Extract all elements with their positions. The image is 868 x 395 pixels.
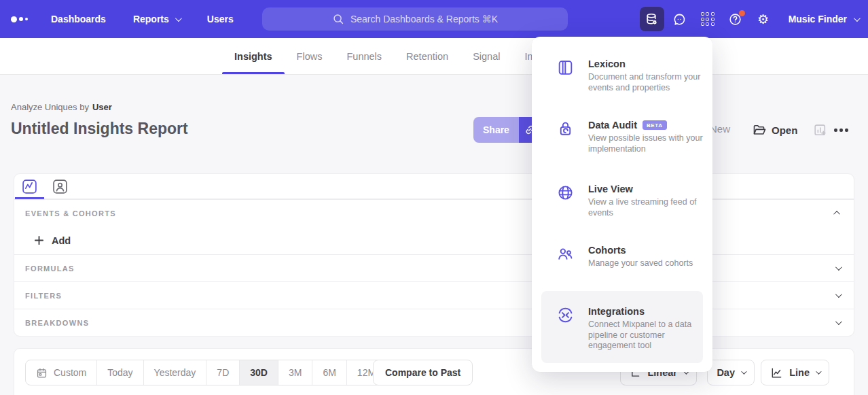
breadcrumb-prefix: Analyze Uniques by	[11, 102, 89, 112]
menu-item-integrations[interactable]: Integrations Connect Mixpanel to a data …	[541, 291, 703, 363]
menu-item-text: Lexicon Document and transform your even…	[588, 58, 709, 93]
menu-item-description: View possible issues with your implement…	[588, 133, 709, 154]
range-3m[interactable]: 3M	[278, 360, 312, 385]
project-switcher[interactable]: Music Finder	[789, 14, 858, 24]
folder-open-icon	[753, 123, 766, 137]
menu-item-description: Document and transform your events and p…	[588, 72, 709, 93]
menu-item-cohorts[interactable]: Cohorts Manage your saved cohorts	[556, 245, 709, 269]
help-button[interactable]	[723, 7, 748, 31]
nav-item-dashboards[interactable]: Dashboards	[51, 14, 106, 24]
menu-item-text: Data Audit BETA View possible issues wit…	[588, 120, 709, 154]
add-label: Add	[52, 235, 71, 246]
compare-to-past-button[interactable]: Compare to Past	[373, 360, 473, 385]
notification-dot	[739, 10, 745, 16]
feedback-icon	[672, 12, 687, 27]
menu-item-live-view[interactable]: Live View View a live streaming feed of …	[556, 184, 709, 218]
range-label: 3M	[289, 367, 302, 378]
tab-label: Signal	[473, 51, 500, 62]
range-label: 7D	[217, 367, 229, 378]
menu-item-title: Cohorts	[588, 245, 626, 256]
menu-item-lexicon[interactable]: Lexicon Document and transform your even…	[556, 58, 709, 93]
page-title[interactable]: Untitled Insights Report	[11, 120, 188, 138]
tab-label: Insights	[234, 51, 272, 62]
menu-item-text: Live View View a live streaming feed of …	[588, 184, 709, 218]
chevron-down-icon	[816, 368, 821, 374]
tab-signal[interactable]: Signal	[460, 38, 512, 74]
search-placeholder: Search Dashboards & Reports ⌘K	[350, 14, 498, 24]
range-label: 30D	[250, 367, 268, 378]
query-builder-panel: EVENTS & COHORTS Add FORMULAS FILTERS BR…	[14, 173, 854, 337]
range-7d[interactable]: 7D	[206, 360, 240, 385]
plus-icon	[34, 235, 44, 245]
open-report-button[interactable]: Open	[753, 123, 797, 137]
breadcrumb-entity[interactable]: User	[92, 102, 112, 112]
new-label: New	[710, 123, 730, 135]
chevron-up-icon	[833, 211, 840, 218]
tab-metrics[interactable]	[14, 174, 45, 199]
live-view-icon	[556, 184, 575, 202]
data-management-button[interactable]	[640, 7, 664, 31]
share-button[interactable]: Share	[473, 117, 519, 143]
feedback-button[interactable]	[668, 7, 692, 31]
menu-item-data-audit[interactable]: Data Audit BETA View possible issues wit…	[556, 120, 709, 154]
search-input[interactable]: Search Dashboards & Reports ⌘K	[262, 7, 568, 31]
menu-item-title: Live View	[588, 184, 633, 194]
calendar-icon	[36, 367, 48, 379]
add-to-dashboard-icon	[813, 123, 827, 137]
chevron-down-icon	[835, 318, 842, 325]
range-yesterday[interactable]: Yesterday	[144, 360, 207, 385]
nav-item-reports[interactable]: Reports	[133, 14, 180, 24]
interval-dropdown[interactable]: Day	[707, 360, 755, 385]
section-label: FORMULAS	[25, 264, 75, 273]
chart-toolbar-panel: Custom Today Yesterday 7D 30D 3M 6M 12M …	[14, 348, 854, 395]
tab-retention[interactable]: Retention	[394, 38, 460, 74]
section-breakdowns[interactable]: BREAKDOWNS	[14, 309, 854, 336]
add-to-dashboard-button[interactable]	[813, 123, 827, 137]
chevron-down-icon	[854, 15, 861, 22]
section-label: EVENTS & COHORTS	[25, 209, 116, 218]
apps-menu-button[interactable]	[695, 7, 720, 31]
interval-label: Day	[717, 367, 735, 378]
gear-icon: ⚙	[757, 13, 769, 26]
menu-item-text: Cohorts Manage your saved cohorts	[588, 245, 709, 269]
section-filters[interactable]: FILTERS	[14, 281, 854, 309]
mixpanel-logo-icon[interactable]	[11, 16, 28, 22]
tab-flows[interactable]: Flows	[285, 38, 335, 74]
tab-label: Retention	[406, 51, 448, 62]
tab-profiles[interactable]	[45, 174, 75, 199]
menu-item-description: View a live streaming feed of events	[588, 197, 709, 218]
data-management-icon	[645, 12, 659, 27]
nav-item-users[interactable]: Users	[207, 14, 234, 24]
range-6m[interactable]: 6M	[312, 360, 346, 385]
range-label: 6M	[323, 367, 336, 378]
chart-type-label: Line	[789, 367, 810, 378]
section-formulas[interactable]: FORMULAS	[14, 254, 854, 281]
nav-label: Dashboards	[51, 14, 106, 24]
profiles-tab-icon	[52, 179, 68, 194]
section-label: FILTERS	[25, 292, 62, 300]
section-label: BREAKDOWNS	[25, 319, 89, 327]
chart-type-dropdown[interactable]: Line	[761, 360, 829, 385]
range-custom[interactable]: Custom	[26, 360, 97, 385]
line-chart-icon	[770, 366, 783, 379]
tab-insights[interactable]: Insights	[222, 38, 285, 74]
more-options-button[interactable]	[834, 128, 848, 132]
range-30d[interactable]: 30D	[240, 360, 278, 385]
menu-item-title: Data Audit	[588, 120, 637, 131]
settings-button[interactable]: ⚙	[751, 7, 776, 31]
menu-item-description: Manage your saved cohorts	[588, 258, 709, 269]
tab-funnels[interactable]: Funnels	[334, 38, 394, 74]
section-events-cohorts[interactable]: EVENTS & COHORTS	[14, 199, 854, 226]
range-label: Today	[107, 367, 132, 378]
lexicon-icon	[556, 58, 575, 77]
share-split-button: Share	[473, 117, 541, 143]
menu-item-description: Connect Mixpanel to a data pipeline or c…	[588, 320, 709, 351]
date-range-control: Custom Today Yesterday 7D 30D 3M 6M 12M	[25, 360, 386, 385]
project-name: Music Finder	[789, 14, 847, 24]
search-icon	[332, 13, 344, 25]
menu-item-text: Integrations Connect Mixpanel to a data …	[588, 306, 709, 351]
nav-label: Reports	[133, 14, 169, 24]
builder-icon-tabs	[14, 174, 854, 199]
add-event-button[interactable]: Add	[14, 226, 854, 254]
range-today[interactable]: Today	[97, 360, 143, 385]
